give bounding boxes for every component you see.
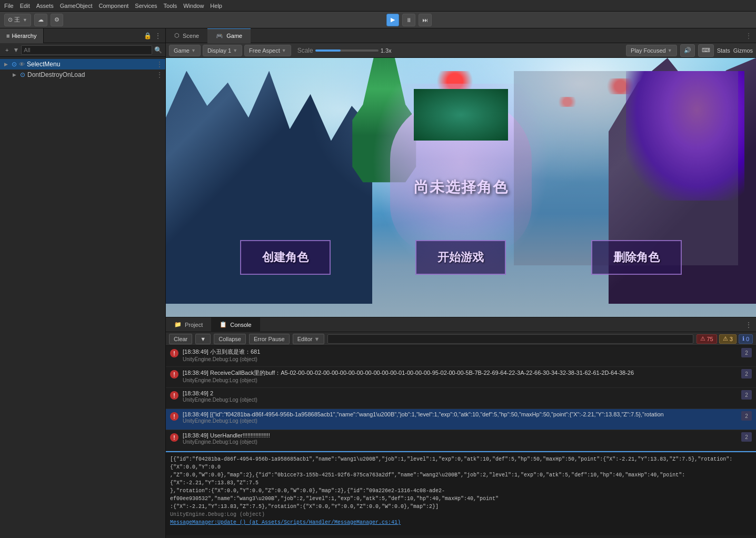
msg4-line1: [18:38:49] [{"id":"f04281ba-d86f-4954-95… [183, 411, 737, 417]
console-row-4[interactable]: ! [18:38:49] [{"id":"f04281ba-d86f-4954-… [166, 409, 756, 430]
menu-component[interactable]: Component [98, 3, 128, 9]
clear-button[interactable]: Clear [169, 334, 192, 344]
bottom-tabs: 📁 Project 📋 Console ⋮ [166, 317, 756, 332]
scale-control: Scale 1.3x [297, 47, 392, 54]
data-line8: ⚠ UserHandler!!!!!!!!!!!!!!!!!!! [170, 534, 752, 535]
info-badge[interactable]: ℹ 0 [739, 334, 753, 344]
account-icon: ⊙ [8, 16, 13, 23]
item-dots-selectmenu[interactable]: ⋮ [156, 60, 163, 68]
gizmos-btn[interactable]: Gizmos [733, 47, 753, 54]
settings-icon: ⚙ [54, 16, 59, 23]
data-line5: UnityEngine.Debug:Log (object) [170, 511, 752, 519]
menu-edit[interactable]: Edit [20, 3, 30, 9]
hierarchy-search-input[interactable] [21, 45, 152, 55]
menu-assets[interactable]: Assets [36, 3, 54, 9]
menu-file[interactable]: File [4, 3, 14, 9]
item-dots-dontdestroy[interactable]: ⋮ [156, 71, 163, 79]
console-msg-4: [18:38:49] [{"id":"f04281ba-d86f-4954-95… [183, 411, 737, 424]
console-row-2[interactable]: ! [18:38:49] ReceiveCallBack里的buff：A5-02… [166, 367, 756, 388]
game-tabs-dots[interactable]: ⋮ [745, 32, 756, 39]
pause-button[interactable]: ⏸ [402, 14, 415, 26]
create-character-btn[interactable]: 创建角色 [240, 240, 331, 275]
msg1-line2: UnityEngine.Debug:Log (object) [183, 356, 737, 362]
error-badge[interactable]: ⚠ 75 [697, 334, 717, 344]
scale-label: Scale [297, 47, 313, 54]
clear-dropdown-btn[interactable]: ▼ [195, 334, 211, 344]
scale-value: 1.3x [381, 47, 392, 54]
display-chevron: ▼ [233, 48, 237, 53]
play-focused-btn[interactable]: Play Focused ▼ [626, 45, 677, 56]
play-button[interactable]: ▶ [386, 14, 399, 26]
count-1: 2 [741, 348, 752, 357]
hierarchy-item-selectmenu[interactable]: ▶ ⊙ 👁 SelectMenu ⋮ [0, 59, 165, 69]
warn-badge-count: 3 [730, 336, 733, 342]
menu-services[interactable]: Services [135, 3, 157, 9]
msg5-line2: UnityEngine.Debug:Log (object) [183, 439, 737, 445]
count-3: 2 [741, 390, 752, 400]
expand-arrow-dontdestroy: ▶ [13, 72, 18, 77]
menu-gameobject[interactable]: GameObject [60, 3, 93, 9]
display-dropdown-btn[interactable]: Display 1 ▼ [203, 45, 242, 56]
tab-scene[interactable]: ⬡ Scene [166, 28, 207, 43]
hierarchy-dots-icon[interactable]: ⋮ [155, 32, 161, 39]
start-game-btn[interactable]: 开始游戏 [415, 240, 506, 275]
cloud-btn[interactable]: ☁ [34, 14, 47, 26]
play-focused-label: Play Focused [631, 47, 666, 54]
hierarchy-lock-icon[interactable]: 🔒 [144, 32, 152, 39]
warn-badge-icon: ⚠ [723, 335, 728, 342]
hierarchy-item-dontdestroy[interactable]: ▶ ⊙ DontDestroyOnLoad ⋮ [0, 69, 165, 80]
tab-console[interactable]: 📋 Console [211, 317, 260, 332]
game-label: Game [174, 47, 190, 54]
game-dropdown-btn[interactable]: Game ▼ [169, 45, 201, 56]
play-focused-chevron: ▼ [668, 48, 672, 53]
console-row-5[interactable]: ! [18:38:49] UserHandler!!!!!!!!!!!!!!!!… [166, 430, 756, 451]
warn-badge[interactable]: ⚠ 3 [719, 334, 737, 344]
settings-btn[interactable]: ⚙ [51, 14, 63, 26]
account-btn[interactable]: ⊙ 王 ▼ [4, 14, 31, 26]
collapse-button[interactable]: Collapse [214, 334, 246, 344]
error-icon-5: ! [170, 433, 178, 442]
stats-btn[interactable]: Stats [717, 47, 730, 54]
item-icon-dontdestroy: ⊙ [20, 71, 25, 78]
hierarchy-search-toolbar: + ▼ 🔍 [0, 43, 165, 57]
right-panel: ⬡ Scene 🎮 Game ⋮ Game ▼ Display 1 ▼ Free… [166, 28, 756, 538]
game-status-text: 尚未选择角色 [414, 177, 509, 197]
bottom-tabs-dots[interactable]: ⋮ [745, 321, 756, 328]
main-toolbar: ⊙ 王 ▼ ☁ ⚙ ▶ ⏸ ⏭ [0, 12, 756, 28]
count-5: 2 [741, 432, 752, 442]
menu-tools[interactable]: Tools [164, 3, 177, 9]
count-2: 2 [741, 369, 752, 378]
msg2-line2: UnityEngine.Debug:Log (object) [183, 377, 737, 383]
mute-btn[interactable]: 🔊 [680, 44, 695, 57]
menu-window[interactable]: Window [183, 3, 204, 9]
hierarchy-dropdown[interactable]: ▼ [13, 46, 19, 54]
console-toolbar: Clear ▼ Collapse Error Pause Editor ▼ ⚠ … [166, 332, 756, 346]
tab-game[interactable]: 🎮 Game [207, 28, 251, 43]
console-row-3[interactable]: ! [18:38:49] 2 UnityEngine.Debug:Log (ob… [166, 388, 756, 409]
step-button[interactable]: ⏭ [419, 14, 432, 26]
game-tab-label: Game [226, 33, 242, 39]
hierarchy-add-btn[interactable]: + [3, 46, 11, 54]
error-pause-button[interactable]: Error Pause [249, 334, 290, 344]
mute-icon: 🔊 [684, 47, 691, 54]
data-line6[interactable]: MessageManager:Update () (at Assets/Scri… [170, 519, 752, 526]
console-row-1[interactable]: ! [18:38:49] 小丑到底是谁：681 UnityEngine.Debu… [166, 346, 756, 367]
console-icon: 📋 [220, 321, 227, 328]
scene-overlay [514, 71, 738, 265]
console-msg-1: [18:38:49] 小丑到底是谁：681 UnityEngine.Debug:… [183, 348, 737, 362]
delete-character-btn[interactable]: 删除角色 [591, 240, 682, 275]
menu-help[interactable]: Help [210, 3, 222, 9]
console-search-input[interactable] [327, 334, 693, 344]
aspect-dropdown-btn[interactable]: Free Aspect ▼ [244, 45, 291, 56]
tab-project[interactable]: 📁 Project [166, 317, 211, 332]
keyboard-btn[interactable]: ⌨ [698, 44, 714, 57]
editor-dropdown-btn[interactable]: Editor ▼ [293, 334, 325, 344]
step-icon: ⏭ [422, 17, 428, 23]
hierarchy-tab[interactable]: ≡ Hierarchy [0, 28, 44, 43]
editor-label: Editor [297, 336, 313, 342]
game-icon: 🎮 [216, 33, 223, 39]
scene-icon: ⬡ [174, 32, 180, 39]
scale-slider[interactable] [315, 49, 379, 52]
hierarchy-tabs: ≡ Hierarchy 🔒 ⋮ [0, 28, 165, 43]
console-msg-2: [18:38:49] ReceiveCallBack里的buff：A5-02-0… [183, 369, 737, 383]
